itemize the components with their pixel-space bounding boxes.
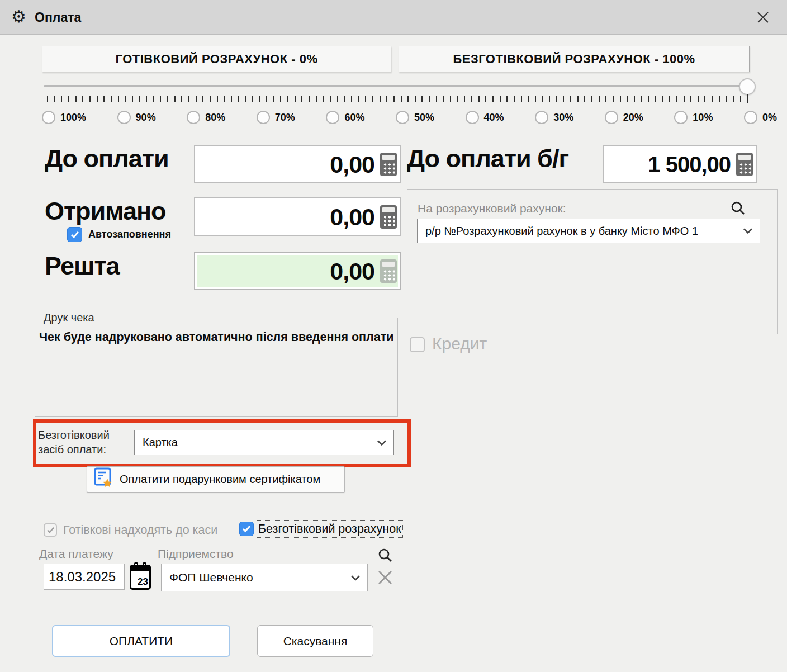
received-value: 0,00 [330,204,374,231]
percent-radio-50[interactable]: 50% [396,111,434,124]
radio-icon[interactable] [326,111,339,124]
to-pay-cashless-value: 1 500,00 [648,152,731,177]
calculator-icon[interactable] [380,205,397,229]
received-label: Отримано [45,197,166,226]
gear-icon: ⚙ [11,7,26,26]
radio-icon[interactable] [605,111,618,124]
percent-radio-30[interactable]: 30% [535,111,573,124]
percent-radio-10[interactable]: 10% [674,111,713,124]
radio-icon[interactable] [674,111,688,124]
calculator-icon [380,259,397,283]
credit-label: Кредит [432,334,487,353]
percent-radio-90[interactable]: 90% [117,111,156,124]
percent-radio-100[interactable]: 100% [42,111,86,124]
percent-radio-20[interactable]: 20% [605,111,643,124]
enterprise-select[interactable]: ФОП Шевченко [161,564,368,591]
calendar-icon[interactable]: 23 [130,565,151,590]
radio-icon[interactable] [535,111,548,124]
enterprise-label: Підприемство [158,547,234,561]
to-pay-label: До оплати [45,144,169,173]
percent-radio-row: 100% 90% 80% 70% 60% 50% 40% 30% 20% 10%… [42,111,777,124]
radio-icon[interactable] [466,111,479,124]
cashless-method-label: Безготівковий засіб оплати: [38,428,136,457]
cancel-button[interactable]: Скасування [257,625,373,657]
chevron-down-icon [743,225,753,238]
gift-certificate-button[interactable]: Оплатити подарунковим сертифікатом [87,466,345,493]
to-pay-value: 0,00 [330,150,374,178]
cashless-method-value: Картка [143,436,178,449]
cash-payment-button[interactable]: ГОТІВКОВИЙ РОЗРАХУНОК - 0% [42,46,391,72]
cash-to-register-checkbox [44,523,57,537]
account-panel-label: На розрахунковий рахунок: [418,202,566,215]
receipt-group-legend: Друк чека [41,311,97,324]
receipt-print-group: Друк чека Чек буде надруковано автоматич… [35,318,398,417]
percent-radio-60[interactable]: 60% [326,111,364,124]
payment-date-field[interactable]: 18.03.2025 [44,564,125,590]
radio-icon[interactable] [257,111,270,124]
change-field: 0,00 [194,252,401,290]
chevron-down-icon [350,571,361,584]
pay-button[interactable]: ОПЛАТИТИ [52,625,230,657]
to-pay-field[interactable]: 0,00 [194,145,401,183]
calendar-ring [134,562,138,566]
to-pay-cashless-label: До оплати б/г [407,144,568,173]
cashless-payment-button[interactable]: БЕЗГОТІВКОВИЙ РОЗРАХУНОК - 100% [399,46,750,72]
chevron-down-icon [377,436,387,449]
payment-date-value: 18.03.2025 [49,569,116,585]
cashless-method-select[interactable]: Картка [134,430,394,455]
autofill-checkbox[interactable] [67,227,82,242]
window-title: Оплата [35,10,81,25]
slider-tick-end [747,94,748,103]
certificate-icon [94,467,113,491]
radio-icon[interactable] [42,111,55,124]
percent-radio-80[interactable]: 80% [187,111,225,124]
received-field[interactable]: 0,00 [194,197,401,236]
enterprise-selected-value: ФОП Шевченко [169,571,253,584]
enterprise-clear-icon[interactable] [374,567,396,590]
radio-icon[interactable] [396,111,409,124]
to-pay-cashless-field[interactable]: 1 500,00 [603,145,757,183]
change-value: 0,00 [330,257,374,285]
account-selected-value: р/р №Розрахунковий рахунок в у банку Міс… [425,225,698,238]
credit-checkbox[interactable] [410,337,425,352]
percent-radio-0[interactable]: 0% [744,111,777,124]
close-icon[interactable] [755,9,771,26]
title-bar: ⚙ Оплата [0,0,787,35]
cashless-option-checkbox[interactable] [239,522,254,536]
slider-tick-marks [47,96,749,102]
account-select[interactable]: р/р №Розрахунковий рахунок в у банку Міс… [417,219,760,243]
cash-to-register-label: Готівкові надходять до каси [63,523,217,537]
payment-date-label: Дата платежу [39,547,113,561]
percent-slider-track[interactable] [44,85,749,87]
account-panel: На розрахунковий рахунок: р/р №Розрахунк… [407,189,778,334]
percent-radio-70[interactable]: 70% [257,111,295,124]
radio-icon[interactable] [744,111,757,124]
calendar-ring [143,562,146,566]
search-icon[interactable] [729,200,746,219]
cashless-option-label[interactable]: Безготівковий розрахунок [258,522,401,536]
calculator-icon[interactable] [380,153,397,176]
enterprise-search-icon[interactable] [377,547,394,566]
radio-icon[interactable] [117,111,131,124]
autofill-label: Автозаповнення [88,229,171,240]
gift-certificate-label: Оплатити подарунковим сертифікатом [120,473,320,486]
calculator-icon[interactable] [736,153,753,176]
change-label: Решта [45,252,120,281]
percent-slider-thumb[interactable] [739,78,756,95]
radio-icon[interactable] [187,111,200,124]
receipt-print-message: Чек буде надруковано автоматично після в… [39,329,395,346]
calendar-day: 23 [138,576,148,588]
percent-radio-40[interactable]: 40% [466,111,504,124]
